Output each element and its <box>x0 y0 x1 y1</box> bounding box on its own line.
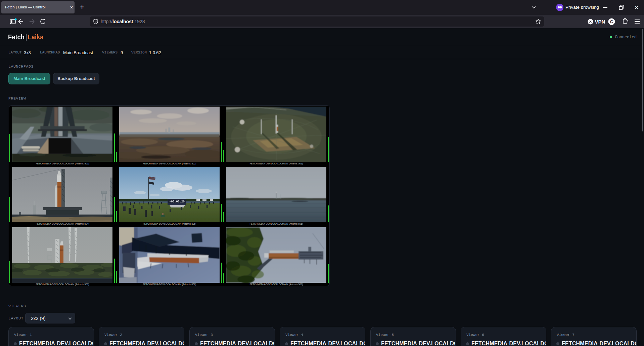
svg-text:C: C <box>610 19 613 24</box>
svg-text:-00:00:20: -00:00:20 <box>169 200 185 203</box>
